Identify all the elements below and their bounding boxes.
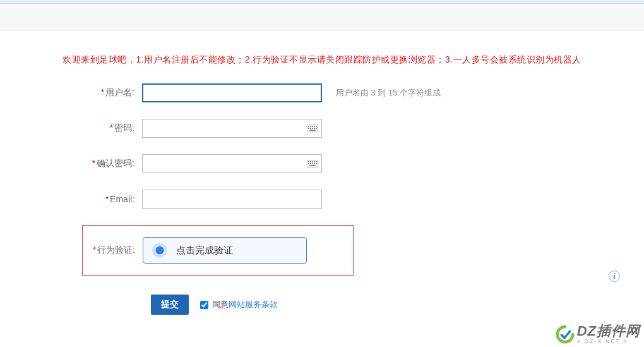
label-username: *用户名: [19,87,142,99]
label-password: *密码: [19,123,142,134]
info-icon[interactable]: i [609,271,620,282]
row-password: *密码: [19,119,625,138]
watermark-logo-icon [556,325,575,344]
required-marker: * [101,87,104,97]
username-hint: 用户名由 3 到 15 个字符组成 [336,87,441,99]
row-username: *用户名: 用户名由 3 到 15 个字符组成 [19,83,625,102]
svg-rect-21 [314,163,315,164]
watermark: DZ插件网 < DZ-X.NET > [556,324,640,344]
captcha-text: 点击完成验证 [176,245,233,257]
header-spacer [0,4,644,30]
required-marker: * [105,194,109,204]
captcha-dot-icon [152,243,167,258]
svg-rect-20 [312,163,313,164]
keyboard-icon[interactable] [307,125,318,132]
svg-rect-18 [308,163,309,164]
input-col-email [142,190,322,209]
submit-button[interactable]: 提交 [151,295,189,315]
tos-link[interactable]: 网站服务条款 [229,299,278,310]
svg-rect-4 [314,126,315,127]
captcha-button[interactable]: 点击完成验证 [143,237,307,264]
confirm-password-input[interactable] [142,154,322,173]
email-input[interactable] [142,190,322,209]
required-marker: * [92,158,95,168]
svg-rect-19 [310,163,311,164]
svg-rect-8 [312,128,313,129]
svg-rect-17 [316,161,317,162]
svg-rect-3 [312,126,313,127]
svg-rect-16 [314,161,315,162]
username-input[interactable] [142,83,322,102]
svg-rect-9 [314,128,315,129]
notice-text: 欢迎来到足球吧，1.用户名注册后不能修改；2.行为验证不显示请关闭跟踪防护或更换… [19,54,625,66]
label-email: *Email: [19,194,142,204]
svg-rect-23 [309,165,316,166]
label-verify: *行为验证: [83,245,143,256]
agree-checkbox[interactable] [200,301,208,309]
row-email: *Email: [19,190,625,209]
agree-label[interactable]: 同意网站服务条款 [200,299,278,310]
agree-text: 同意 [212,299,229,310]
row-confirm-password: *确认密码: [19,154,625,173]
input-col-confirm [142,154,322,173]
watermark-sub: < DZ-X.NET > [577,338,640,344]
svg-rect-11 [309,130,316,131]
input-col-password [142,119,322,138]
label-confirm-password: *确认密码: [19,158,142,169]
svg-rect-5 [316,126,317,127]
registration-form: 欢迎来到足球吧，1.用户名注册后不能修改；2.行为验证不显示请关闭跟踪防护或更换… [0,30,644,315]
svg-rect-14 [310,161,311,162]
svg-rect-22 [316,163,317,164]
svg-rect-1 [308,126,309,127]
input-col-username: 用户名由 3 到 15 个字符组成 [142,83,441,102]
svg-rect-10 [316,128,317,129]
required-marker: * [93,245,96,255]
svg-rect-6 [308,128,309,129]
submit-row: 提交 同意网站服务条款 [19,295,625,315]
verify-box: *行为验证: 点击完成验证 [82,225,354,276]
svg-rect-2 [310,126,311,127]
password-input[interactable] [142,119,322,138]
svg-rect-13 [308,161,309,162]
svg-rect-15 [312,161,313,162]
keyboard-icon[interactable] [307,160,318,167]
watermark-brand: DZ插件网 [577,324,640,338]
required-marker: * [110,123,113,133]
svg-rect-7 [310,128,311,129]
